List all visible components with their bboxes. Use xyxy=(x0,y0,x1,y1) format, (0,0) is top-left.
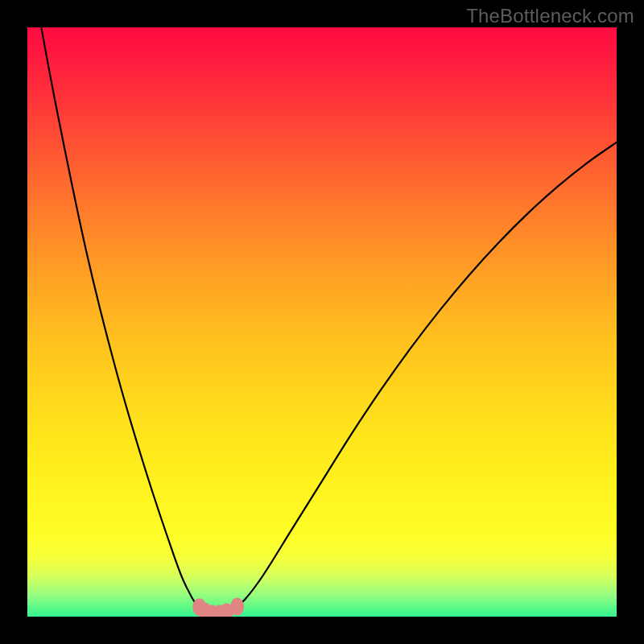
watermark-text: TheBottleneck.com xyxy=(466,5,634,27)
chart-frame: TheBottleneck.com xyxy=(0,0,644,644)
plot-area xyxy=(27,27,617,617)
curve-marker xyxy=(230,598,244,616)
curve-marker-group xyxy=(27,27,617,617)
